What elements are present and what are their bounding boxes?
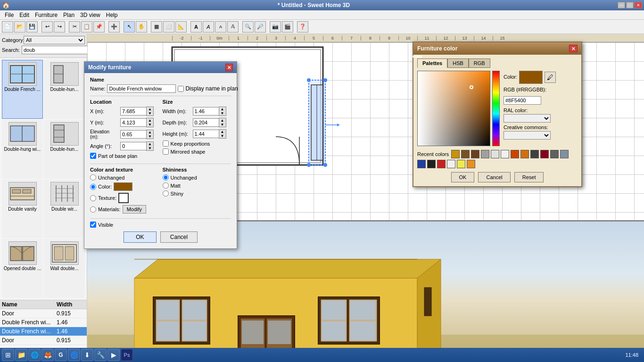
taskbar-dl[interactable]: ⬇	[81, 349, 93, 361]
tool-cut[interactable]: ✂	[69, 21, 80, 33]
sh-shiny-radio[interactable]	[163, 190, 169, 197]
rc-3[interactable]	[471, 150, 479, 158]
list-row-4[interactable]: Door 0.915	[0, 336, 87, 345]
radio-unchanged[interactable]	[90, 174, 96, 181]
tool-video[interactable]: 🎬	[282, 21, 293, 33]
angle-up[interactable]: ▲	[147, 142, 153, 146]
tool-text-a[interactable]: A	[190, 21, 202, 33]
list-row-1[interactable]: Door 0.915	[0, 309, 87, 318]
close-button[interactable]: ✕	[635, 2, 642, 8]
rc-17[interactable]	[457, 160, 465, 168]
furniture-item-4[interactable]: Double-hun...	[44, 120, 85, 179]
tool-help[interactable]: ❓	[297, 21, 308, 33]
search-input[interactable]	[22, 46, 91, 54]
fcolor-close[interactable]: ✕	[569, 45, 578, 52]
tool-zoom-out[interactable]: 🔎	[255, 21, 266, 33]
taskbar-media[interactable]: ▶	[107, 349, 120, 361]
tab-hsb[interactable]: HSB	[447, 58, 469, 68]
menu-3dview[interactable]: 3D view	[77, 11, 103, 19]
rc-6[interactable]	[501, 150, 509, 158]
furniture-item-8[interactable]: Wall double...	[44, 239, 85, 298]
tool-add[interactable]: ➕	[108, 21, 120, 33]
depth-down[interactable]: ▼	[219, 123, 226, 127]
tool-select[interactable]: ↖	[124, 21, 135, 33]
angle-down[interactable]: ▼	[147, 146, 153, 150]
y-up[interactable]: ▲	[147, 118, 153, 123]
tool-polyline[interactable]: 📐	[175, 21, 187, 33]
fcolor-cancel-button[interactable]: Cancel	[478, 172, 510, 182]
rgb-hex-input[interactable]	[504, 96, 541, 105]
elevation-up[interactable]: ▲	[147, 130, 153, 134]
rc-13[interactable]	[417, 160, 426, 168]
rc-7[interactable]	[511, 150, 519, 158]
cc-select[interactable]	[504, 131, 551, 140]
radio-texture[interactable]	[90, 195, 96, 201]
taskbar-ps[interactable]: Ps	[121, 349, 133, 361]
menu-plan[interactable]: Plan	[60, 11, 77, 19]
tool-photo[interactable]: 📷	[270, 21, 281, 33]
depth-up[interactable]: ▲	[219, 118, 226, 123]
rc-5[interactable]	[491, 150, 499, 158]
tool-open[interactable]: 📂	[14, 21, 25, 33]
tool-wall[interactable]: ▦	[151, 21, 162, 33]
width-input[interactable]	[193, 107, 219, 115]
texture-swatch[interactable]	[118, 193, 129, 203]
menu-furniture[interactable]: Furniture	[32, 11, 60, 19]
rc-18[interactable]	[467, 160, 475, 168]
hue-strip[interactable]	[492, 71, 500, 146]
materials-modify-button[interactable]: Modify	[123, 205, 146, 214]
tool-text-c[interactable]: A	[215, 21, 226, 33]
taskbar-g[interactable]: G	[55, 349, 67, 361]
rc-11[interactable]	[550, 150, 559, 158]
list-row-2[interactable]: Double French wi... 1.46	[0, 318, 87, 327]
furniture-item-6[interactable]: Double wir...	[44, 180, 85, 239]
rc-14[interactable]	[427, 160, 436, 168]
angle-input[interactable]	[120, 142, 146, 150]
taskbar-firefox[interactable]: 🦊	[41, 349, 54, 361]
modify-ok-button[interactable]: OK	[124, 231, 157, 243]
height-down[interactable]: ▼	[219, 134, 226, 138]
elevation-down[interactable]: ▼	[147, 134, 153, 139]
modify-cancel-button[interactable]: Cancel	[160, 231, 198, 243]
rc-15[interactable]	[437, 160, 446, 168]
color-swatch[interactable]	[114, 182, 132, 191]
furniture-item-5[interactable]: Double vanity	[2, 180, 43, 239]
tool-save[interactable]: 💾	[26, 21, 38, 33]
maximize-button[interactable]: □	[626, 2, 634, 8]
y-down[interactable]: ▼	[147, 123, 153, 127]
modify-dialog-close[interactable]: ✕	[225, 64, 233, 71]
eyedropper-button[interactable]: 🖊	[545, 72, 556, 83]
ral-select[interactable]	[504, 114, 551, 123]
tool-zoom-in[interactable]: 🔍	[242, 21, 254, 33]
elevation-input[interactable]	[120, 130, 146, 139]
width-down[interactable]: ▼	[219, 111, 226, 115]
sh-matt-radio[interactable]	[163, 182, 169, 189]
name-input[interactable]	[107, 84, 176, 93]
fcolor-ok-button[interactable]: OK	[451, 172, 475, 182]
tool-text-b[interactable]: A	[203, 21, 214, 33]
taskbar-files[interactable]: 📁	[15, 349, 27, 361]
mirrored-shape-checkbox[interactable]	[163, 148, 169, 155]
display-name-checkbox[interactable]	[178, 86, 184, 92]
depth-input[interactable]	[193, 118, 219, 127]
tool-paste[interactable]: 📌	[93, 21, 105, 33]
tab-rgb[interactable]: RGB	[469, 58, 490, 68]
x-input[interactable]	[120, 107, 146, 115]
rc-4[interactable]	[481, 150, 489, 158]
list-row-3[interactable]: Double French wi... 1.46	[0, 327, 87, 336]
taskbar-tool[interactable]: 🔧	[94, 349, 107, 361]
sh-unchanged-radio[interactable]	[163, 174, 169, 181]
x-up[interactable]: ▲	[147, 107, 153, 111]
tool-pan[interactable]: ✋	[136, 21, 147, 33]
visible-checkbox[interactable]	[90, 222, 96, 228]
tool-copy[interactable]: 📋	[81, 21, 92, 33]
tool-text-d[interactable]: 𝔸	[227, 21, 239, 33]
tool-undo[interactable]: ↩	[41, 21, 53, 33]
x-down[interactable]: ▼	[147, 111, 153, 115]
radio-materials[interactable]	[90, 206, 96, 213]
furniture-item-3[interactable]: Double-hung wi...	[2, 120, 43, 179]
height-input[interactable]	[193, 130, 219, 138]
menu-edit[interactable]: Edit	[17, 11, 32, 19]
minimize-button[interactable]: —	[618, 2, 625, 8]
tab-palettes[interactable]: Palettes	[417, 58, 447, 68]
